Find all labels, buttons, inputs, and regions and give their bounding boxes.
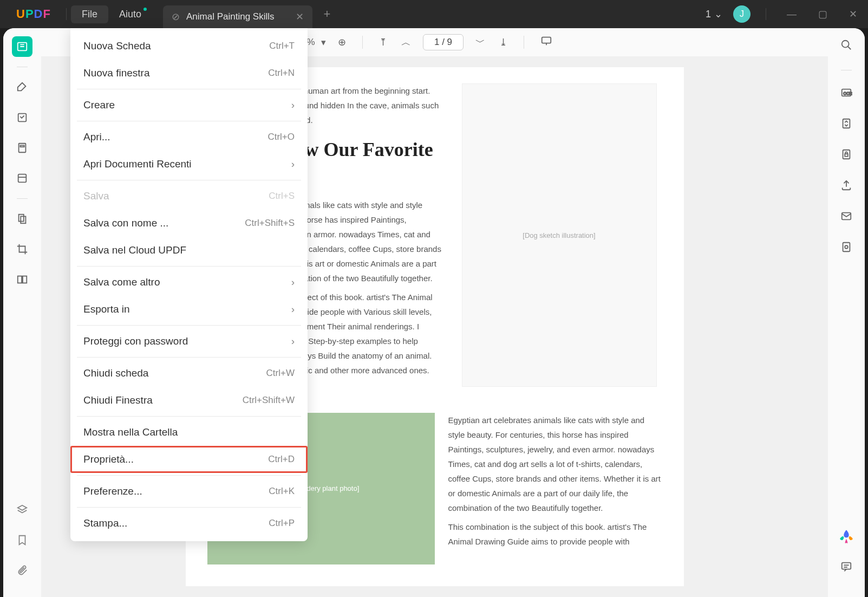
- page-number-input[interactable]: 1 / 9: [423, 34, 464, 50]
- menu-item-nuova-finestra[interactable]: Nuova finestraCtrl+N: [70, 60, 308, 87]
- menu-item-nuova-scheda[interactable]: Nuova SchedaCtrl+T: [70, 33, 308, 60]
- organize-tool-icon[interactable]: [12, 209, 32, 229]
- menu-item-apri-[interactable]: Apri...Ctrl+O: [70, 124, 308, 151]
- convert-icon[interactable]: [840, 118, 852, 132]
- menu-item-proteggi-con-password[interactable]: Proteggi con password›: [70, 328, 308, 355]
- body-text-3: Egyptian art celebrates animals like cat…: [448, 413, 662, 515]
- page-indicator[interactable]: 1 ⌄: [706, 8, 722, 20]
- svg-rect-6: [18, 174, 27, 183]
- updf-ai-icon[interactable]: [839, 529, 854, 547]
- menu-item-label: Salva nel Cloud UPDF: [83, 244, 186, 256]
- menu-separator: [77, 89, 301, 89]
- menu-item-creare[interactable]: Creare›: [70, 92, 308, 119]
- chevron-right-icon: ›: [291, 99, 295, 111]
- protect-icon[interactable]: [840, 148, 852, 163]
- prev-page-button[interactable]: ︿: [399, 34, 413, 51]
- minimize-button[interactable]: —: [781, 9, 802, 20]
- email-icon[interactable]: [840, 210, 852, 225]
- search-icon[interactable]: [840, 39, 852, 54]
- document-tab[interactable]: ⊘ Animal Painting Skills ✕: [163, 5, 313, 28]
- menu-separator: [77, 325, 301, 326]
- menu-item-label: Salva: [83, 190, 109, 202]
- menu-separator: [77, 507, 301, 508]
- tab-close-icon[interactable]: ✕: [296, 11, 304, 23]
- titlebar: UPDF File Aiuto ⊘ Animal Painting Skills…: [0, 0, 868, 28]
- menu-shortcut: Ctrl+P: [269, 518, 295, 529]
- menu-shortcut: Ctrl+K: [269, 486, 295, 497]
- menu-item-label: Mostra nella Cartella: [83, 426, 178, 438]
- menu-shortcut: Ctrl+O: [267, 132, 295, 142]
- share-icon[interactable]: [840, 179, 852, 194]
- new-tab-button[interactable]: +: [323, 7, 330, 21]
- menu-item-label: Chiudi Finestra: [83, 394, 153, 406]
- file-menu-button[interactable]: File: [71, 5, 108, 23]
- attachment-icon[interactable]: [12, 560, 32, 581]
- close-button[interactable]: ✕: [844, 8, 863, 20]
- separator: [17, 198, 28, 199]
- menu-item-mostra-nella-cartella[interactable]: Mostra nella Cartella: [70, 419, 308, 446]
- next-page-button[interactable]: ﹀: [473, 34, 487, 51]
- right-sidebar: OCR: [828, 28, 865, 597]
- separator: [66, 8, 67, 20]
- layers-icon[interactable]: [12, 499, 32, 520]
- body-text-4: This combination is the subject of this …: [448, 520, 662, 549]
- chevron-right-icon: ›: [291, 303, 295, 315]
- menu-item-label: Nuova finestra: [83, 67, 150, 79]
- menu-separator: [77, 475, 301, 476]
- user-avatar[interactable]: J: [733, 5, 750, 23]
- menu-separator: [77, 121, 301, 121]
- zoom-in-button[interactable]: ⊕: [336, 34, 348, 50]
- reader-mode-icon[interactable]: [12, 36, 32, 57]
- page-tool-icon[interactable]: [12, 138, 32, 158]
- aiuto-menu-button[interactable]: Aiuto: [108, 5, 152, 23]
- menu-item-label: Proteggi con password: [83, 335, 188, 347]
- menu-shortcut: Ctrl+T: [269, 41, 295, 51]
- form-tool-icon[interactable]: [12, 168, 32, 189]
- menu-item-salva-nel-cloud-updf[interactable]: Salva nel Cloud UPDF: [70, 237, 308, 264]
- menu-item-label: Proprietà...: [83, 453, 134, 465]
- menu-shortcut: Ctrl+W: [266, 368, 295, 379]
- menu-item-preferenze-[interactable]: Preferenze...Ctrl+K: [70, 478, 308, 505]
- chevron-right-icon: ›: [291, 335, 295, 347]
- edit-tool-icon[interactable]: [12, 107, 32, 128]
- menu-shortcut: Ctrl+S: [269, 191, 295, 202]
- bookmark-icon[interactable]: [12, 530, 32, 550]
- svg-text:OCR: OCR: [844, 91, 852, 96]
- print-icon[interactable]: [840, 241, 852, 256]
- chevron-down-icon: ▾: [321, 37, 326, 48]
- menu-item-label: Chiudi scheda: [83, 367, 148, 379]
- menu-item-esporta-in[interactable]: Esporta in›: [70, 296, 308, 323]
- presentation-button[interactable]: [538, 33, 554, 52]
- menu-item-label: Salva come altro: [83, 276, 160, 288]
- svg-rect-20: [845, 154, 848, 157]
- menu-item-stampa-[interactable]: Stampa...Ctrl+P: [70, 510, 308, 537]
- menu-item-propriet-[interactable]: Proprietà...Ctrl+D: [70, 446, 308, 473]
- menu-item-salva-con-nome-[interactable]: Salva con nome ...Ctrl+Shift+S: [70, 210, 308, 237]
- comment-panel-icon[interactable]: [840, 561, 852, 575]
- menu-item-salva-come-altro[interactable]: Salva come altro›: [70, 269, 308, 296]
- tab-title: Animal Painting Skills: [186, 11, 275, 22]
- dog-sketch-image: [Dog sketch illustration]: [462, 83, 657, 387]
- menu-separator: [77, 357, 301, 358]
- svg-rect-11: [23, 276, 27, 283]
- menu-item-label: Salva con nome ...: [83, 217, 168, 229]
- menu-item-salva: SalvaCtrl+S: [70, 183, 308, 210]
- svg-rect-24: [842, 563, 851, 569]
- menu-item-chiudi-finestra[interactable]: Chiudi FinestraCtrl+Shift+W: [70, 387, 308, 414]
- ocr-icon[interactable]: OCR: [840, 87, 852, 101]
- menu-item-label: Stampa...: [83, 517, 127, 529]
- comment-tool-icon[interactable]: [12, 77, 32, 98]
- menu-item-chiudi-scheda[interactable]: Chiudi schedaCtrl+W: [70, 360, 308, 387]
- left-sidebar: [3, 28, 41, 597]
- menu-item-label: Nuova Scheda: [83, 40, 151, 52]
- maximize-button[interactable]: ▢: [813, 8, 833, 20]
- menu-item-label: Preferenze...: [83, 485, 142, 497]
- crop-tool-icon[interactable]: [12, 239, 32, 259]
- menu-shortcut: Ctrl+D: [268, 454, 295, 465]
- compare-tool-icon[interactable]: [12, 269, 32, 290]
- menu-shortcut: Ctrl+Shift+W: [243, 395, 295, 406]
- last-page-button[interactable]: ⤓: [497, 34, 510, 50]
- menu-item-apri-documenti-recenti[interactable]: Apri Documenti Recenti›: [70, 151, 308, 178]
- separator: [17, 67, 28, 67]
- first-page-button[interactable]: ⤒: [377, 34, 389, 50]
